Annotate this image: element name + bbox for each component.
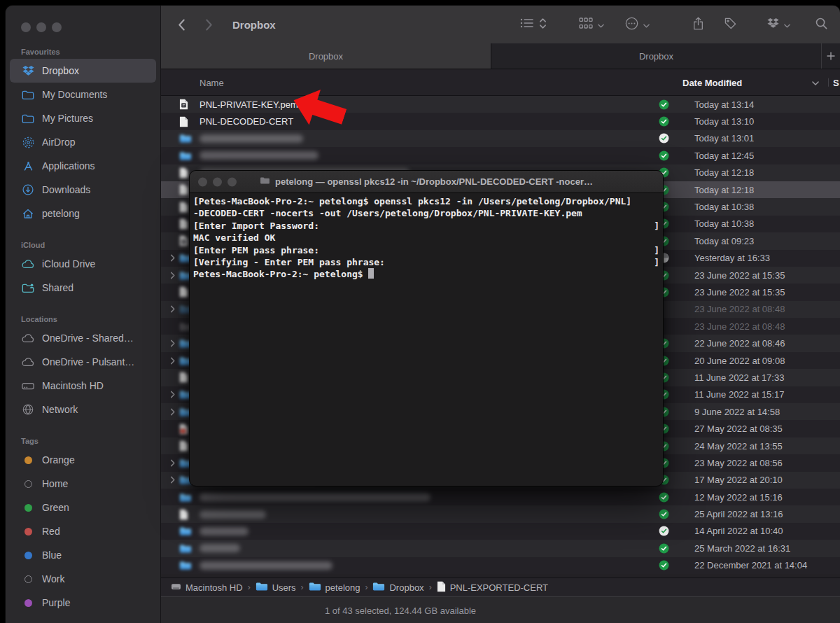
sidebar-item-blue[interactable]: Blue (10, 543, 156, 567)
file-row[interactable]: 22 December 2021 at 14:04 (161, 557, 840, 574)
file-name: PNL-PRIVATE-KEY.pem (195, 99, 659, 110)
breadcrumb-item[interactable]: petelong (309, 581, 360, 594)
disclosure-chevron-icon[interactable] (161, 357, 179, 365)
terminal-line-text: [Enter PEM pass phrase: (193, 244, 319, 256)
sidebar-item-orange[interactable]: Orange (10, 448, 156, 472)
dropbox-toolbar-icon (767, 18, 779, 31)
terminal-zoom-button[interactable] (227, 177, 237, 186)
sidebar-item-dropbox[interactable]: Dropbox (10, 59, 156, 83)
group-by-control[interactable] (579, 18, 604, 31)
terminal-output: [Petes-MacBook-Pro-2:~ petelong$ openssl… (190, 193, 663, 283)
sidebar-item-shared[interactable]: Shared (10, 276, 156, 300)
file-row[interactable]: PNL-DECODED-CERTToday at 13:10 (161, 113, 840, 130)
disclosure-chevron-icon[interactable] (161, 476, 179, 484)
column-header-size[interactable]: S (833, 77, 839, 88)
file-row[interactable]: 25 April 2022 at 13:16 (161, 505, 840, 522)
terminal-line-text: [Enter Import Password: (193, 220, 319, 232)
zoom-button[interactable] (52, 22, 62, 32)
terminal-title-bar[interactable]: petelong — openssl pkcs12 -in ~/Dropbox/… (190, 171, 663, 193)
back-button[interactable] (178, 19, 186, 31)
date-modified-value: 14 April 2022 at 10:40 (682, 526, 840, 536)
sidebar-item-my-documents[interactable]: My Documents (10, 83, 156, 106)
disclosure-chevron-icon[interactable] (161, 408, 179, 416)
file-name (195, 544, 659, 552)
sidebar-section-title: Locations (6, 315, 160, 326)
pem-icon (179, 99, 195, 110)
date-modified-value: 12 May 2022 at 15:16 (682, 492, 840, 503)
file-row[interactable]: 25 March 2022 at 16:31 (161, 540, 840, 556)
globe-icon (21, 404, 35, 415)
disclosure-chevron-icon[interactable] (161, 254, 179, 262)
date-modified-value: 17 May 2022 at 20:10 (682, 475, 840, 485)
sidebar-item-macintosh-hd[interactable]: Macintosh HD (10, 374, 156, 398)
minimize-button[interactable] (36, 22, 46, 32)
tab-dropbox-1[interactable]: Dropbox (161, 43, 491, 69)
dropbox-menu-button[interactable] (767, 18, 790, 31)
sync-status-badge-icon (659, 526, 682, 536)
breadcrumb-item[interactable]: Users (255, 581, 296, 594)
terminal-title: petelong — openssl pkcs12 -in ~/Dropbox/… (260, 176, 593, 187)
disclosure-chevron-icon[interactable] (161, 272, 179, 279)
disclosure-chevron-icon[interactable] (161, 459, 179, 467)
sidebar-item-green[interactable]: Green (10, 496, 156, 519)
folder-fill-icon (255, 581, 268, 594)
search-icon (816, 18, 827, 32)
column-header-date-modified[interactable]: Date Modified (682, 77, 742, 88)
column-header-name[interactable]: Name (200, 77, 224, 88)
sidebar-item-my-pictures[interactable]: My Pictures (10, 106, 156, 130)
sidebar-item-label: My Documents (42, 89, 107, 100)
tag-icon (21, 480, 35, 488)
close-button[interactable] (21, 22, 31, 32)
sidebar-item-icloud-drive[interactable]: iCloud Drive (10, 252, 156, 276)
disclosure-chevron-icon[interactable] (161, 340, 179, 347)
new-tab-button[interactable] (821, 43, 840, 69)
sidebar-item-onedrive-shared[interactable]: OneDrive - Shared… (10, 326, 156, 350)
disclosure-chevron-icon[interactable] (161, 391, 179, 398)
folder-fill-icon (309, 581, 321, 594)
breadcrumb-item[interactable]: Macintosh HD (171, 582, 243, 593)
tag-icon (21, 599, 35, 607)
more-options-control[interactable] (625, 17, 650, 33)
terminal-close-button[interactable] (198, 177, 207, 186)
search-button[interactable] (816, 18, 827, 32)
disclosure-chevron-icon[interactable] (161, 305, 179, 313)
folder-fill-icon (179, 150, 195, 161)
sidebar-item-airdrop[interactable]: AirDrop (10, 130, 156, 154)
date-modified-value: Today at 09:23 (682, 236, 840, 246)
column-divider[interactable] (828, 78, 829, 87)
sidebar-item-purple[interactable]: Purple (10, 591, 156, 615)
share-button[interactable] (693, 17, 704, 33)
file-row[interactable]: Today at 12:45 (161, 147, 840, 164)
tags-button[interactable] (724, 18, 736, 32)
sidebar-item-label: Downloads (42, 184, 90, 195)
date-modified-value: 20 June 2022 at 09:08 (682, 356, 840, 366)
date-modified-value: 23 June 2022 at 08:48 (682, 321, 840, 332)
breadcrumb-item[interactable]: Dropbox (372, 581, 424, 594)
sidebar-item-label: Applications (42, 160, 95, 172)
tag-icon (21, 528, 35, 536)
date-modified-value: 23 June 2022 at 15:35 (682, 270, 840, 281)
file-row[interactable]: Today at 13:01 (161, 130, 840, 147)
breadcrumb-item[interactable]: PNL-EXPORTED-CERT (437, 581, 548, 594)
sidebar-item-work[interactable]: Work (10, 567, 156, 591)
view-control[interactable] (520, 18, 547, 32)
sidebar-item-red[interactable]: Red (10, 519, 156, 543)
sidebar-item-petelong[interactable]: petelong (10, 202, 156, 225)
date-modified-value: 25 March 2022 at 16:31 (682, 543, 840, 554)
date-modified-value: Today at 13:10 (682, 116, 840, 127)
tag-color-dot (24, 528, 32, 536)
forward-button[interactable] (205, 19, 213, 31)
file-row[interactable]: PNL-PRIVATE-KEY.pemToday at 13:14 (161, 96, 840, 113)
sidebar-section: TagsOrangeHomeGreenRedBlueWorkPurple (6, 437, 160, 615)
terminal-mark: ] (654, 244, 659, 256)
sidebar-item-downloads[interactable]: Downloads (10, 178, 156, 202)
sidebar-item-network[interactable]: Network (10, 398, 156, 421)
sidebar-item-onedrive-pulsant[interactable]: OneDrive - Pulsant… (10, 350, 156, 374)
file-row[interactable]: 12 May 2022 at 15:16 (161, 489, 840, 505)
sidebar-item-applications[interactable]: Applications (10, 154, 156, 178)
terminal-minimize-button[interactable] (213, 177, 222, 186)
tab-dropbox-2[interactable]: Dropbox (491, 43, 821, 69)
sidebar-item-label: OneDrive - Pulsant… (42, 356, 134, 368)
sidebar-item-home[interactable]: Home (10, 472, 156, 496)
file-row[interactable]: 14 April 2022 at 10:40 (161, 523, 840, 540)
